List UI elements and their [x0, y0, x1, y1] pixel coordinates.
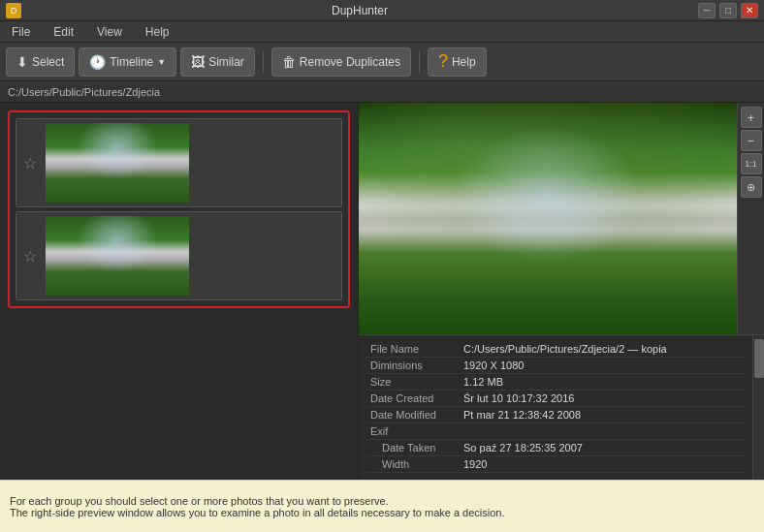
select-icon: ⬇	[16, 54, 28, 70]
info-row: Diminsions1920 X 1080	[366, 358, 745, 374]
info-table: File NameC:/Users/Public/Pictures/Zdjeci…	[359, 335, 752, 480]
info-value: So paź 27 18:25:35 2007	[463, 442, 745, 454]
info-value: Śr lut 10 10:17:32 2016	[463, 392, 745, 404]
pathbar: C:/Users/Public/Pictures/Zdjecia	[0, 81, 764, 103]
info-label: Date Taken	[366, 442, 463, 454]
app-icon: D	[6, 3, 21, 18]
remove-label: Remove Duplicates	[300, 55, 400, 69]
toolbar: ⬇ Select 🕐 Timeline ▼ 🖼 Similar 🗑 Remove…	[0, 43, 764, 81]
info-label: File Name	[366, 343, 463, 355]
toolbar-separator-2	[419, 50, 420, 74]
star-icon-1[interactable]: ☆	[20, 154, 40, 172]
timeline-icon: 🕐	[89, 54, 106, 70]
left-panel: ☆ ☆	[0, 103, 359, 480]
star-icon-2[interactable]: ☆	[20, 247, 40, 266]
thumbnail-image-2	[46, 216, 189, 296]
info-row: Size1.12 MB	[366, 374, 745, 391]
duplicate-group: ☆ ☆	[8, 110, 350, 308]
info-panel: File NameC:/Users/Public/Pictures/Zdjeci…	[359, 334, 764, 480]
help-button[interactable]: ? Help	[428, 47, 487, 77]
info-label: Size	[366, 376, 463, 388]
info-row: Date TakenSo paź 27 18:25:35 2007	[366, 440, 745, 456]
title: DupHunter	[21, 4, 698, 17]
menu-file[interactable]: File	[4, 23, 38, 41]
info-label: Date Modified	[366, 409, 463, 421]
timeline-dropdown-icon: ▼	[157, 57, 166, 67]
info-label: Date Created	[366, 392, 463, 404]
maximize-button[interactable]: □	[719, 3, 737, 18]
current-path: C:/Users/Public/Pictures/Zdjecia	[8, 86, 160, 98]
info-row: Width1920	[366, 456, 745, 473]
remove-duplicates-button[interactable]: 🗑 Remove Duplicates	[271, 47, 411, 77]
similar-icon: 🖼	[191, 54, 205, 70]
select-label: Select	[32, 55, 64, 69]
info-row: Exif	[366, 423, 745, 440]
thumbnail-item-2[interactable]: ☆	[16, 211, 342, 300]
window-controls: ─ □ ✕	[698, 3, 758, 18]
info-row: Date ModifiedPt mar 21 12:38:42 2008	[366, 407, 745, 423]
zoom-out-button[interactable]: −	[741, 130, 762, 151]
similar-label: Similar	[208, 55, 244, 69]
zoom-in-button[interactable]: +	[741, 107, 762, 128]
toolbar-separator	[263, 50, 264, 74]
info-row: Date CreatedŚr lut 10 10:17:32 2016	[366, 391, 745, 407]
statusbar-line1: For each group you should select one or …	[10, 495, 754, 507]
info-value	[463, 425, 745, 437]
similar-button[interactable]: 🖼 Similar	[180, 47, 255, 77]
help-label: Help	[452, 55, 476, 69]
menu-view[interactable]: View	[89, 23, 130, 41]
info-value: 1920	[463, 458, 745, 470]
statusbar-line2: The right-side preview window allows you…	[10, 507, 754, 518]
info-label: Exif	[366, 425, 463, 437]
menu-edit[interactable]: Edit	[46, 23, 81, 41]
info-label: Diminsions	[366, 360, 463, 371]
menubar: File Edit View Help	[0, 21, 764, 43]
zoom-actual-button[interactable]: 1:1	[741, 153, 762, 174]
preview-image	[359, 103, 737, 334]
remove-icon: 🗑	[282, 54, 296, 70]
timeline-button[interactable]: 🕐 Timeline ▼	[79, 47, 176, 77]
close-button[interactable]: ✕	[741, 3, 758, 18]
select-button[interactable]: ⬇ Select	[6, 47, 75, 77]
zoom-controls: + − 1:1 ⊕	[737, 103, 764, 334]
info-label: Width	[366, 458, 463, 470]
scrollbar-thumb	[754, 339, 764, 378]
main-content: ☆ ☆ + − 1:1 ⊕ File NameC:/Users/Public/P…	[0, 103, 764, 480]
preview-area: + − 1:1 ⊕	[359, 103, 764, 334]
zoom-fit-button[interactable]: ⊕	[741, 176, 762, 198]
info-scrollbar[interactable]	[752, 335, 764, 480]
minimize-button[interactable]: ─	[698, 3, 716, 18]
timeline-label: Timeline	[110, 55, 153, 69]
info-value: C:/Users/Public/Pictures/Zdjecia/2 — kop…	[463, 343, 745, 355]
info-value: 1920 X 1080	[463, 360, 745, 371]
right-panel: + − 1:1 ⊕ File NameC:/Users/Public/Pictu…	[359, 103, 764, 480]
titlebar: D DupHunter ─ □ ✕	[0, 0, 764, 21]
info-value: Pt mar 21 12:38:42 2008	[463, 409, 745, 421]
info-value: 1.12 MB	[463, 376, 745, 388]
menu-help[interactable]: Help	[138, 23, 177, 41]
statusbar: For each group you should select one or …	[0, 480, 764, 532]
thumbnail-item-1[interactable]: ☆	[16, 118, 342, 207]
thumbnail-image-1	[46, 123, 189, 203]
help-icon: ?	[438, 51, 448, 72]
info-row: File NameC:/Users/Public/Pictures/Zdjeci…	[366, 341, 745, 358]
